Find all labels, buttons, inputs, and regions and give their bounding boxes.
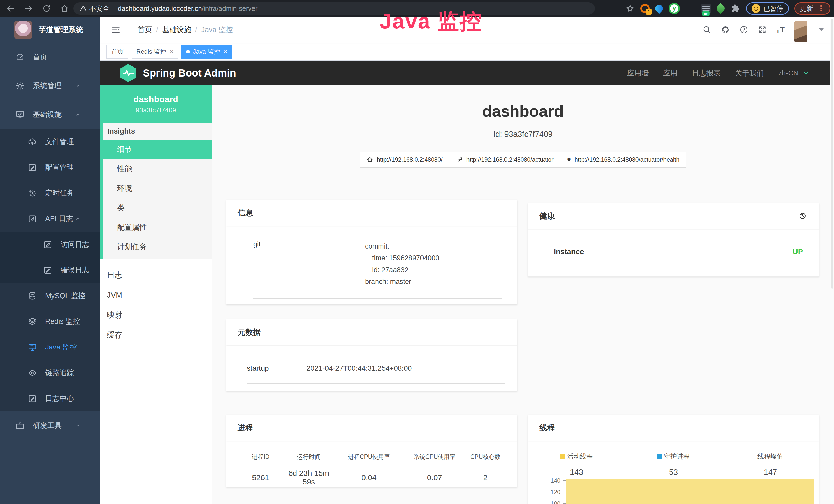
reload-icon[interactable] (42, 4, 51, 13)
history-icon[interactable] (798, 211, 807, 220)
tab-home[interactable]: 首页 (106, 45, 128, 59)
user-avatar[interactable] (794, 21, 807, 42)
extension-orange-icon[interactable]: 1 (640, 4, 650, 13)
page-subtitle: Id: 93a3fc7f7409 (212, 130, 834, 139)
close-icon[interactable]: × (223, 48, 227, 55)
sidebar-item-home[interactable]: 首页 (0, 43, 100, 71)
sidebar-item-label: API 日志 (45, 214, 73, 224)
git-time-line: time: 1596289704000 (365, 252, 439, 264)
val-cpu-cores: 2 (465, 468, 505, 486)
link-health-url[interactable]: ♥ http://192.168.0.2:48080/actuator/heal… (560, 152, 686, 168)
sba-item-config-props[interactable]: 配置属性 (103, 218, 212, 237)
sidebar-item-label: 首页 (33, 52, 47, 62)
sidebar-item-redis[interactable]: Redis 监控 (0, 308, 100, 334)
sba-logo-icon[interactable] (120, 64, 136, 82)
legend-value: 143 (528, 468, 625, 477)
browser-menu-icon[interactable]: ⋮ (817, 5, 825, 12)
sba-locale-select[interactable]: zh-CN (778, 69, 798, 77)
tab-label: 首页 (111, 47, 124, 56)
sidebar-item-system[interactable]: 系统管理 (0, 71, 100, 100)
bookmark-star-icon[interactable] (626, 4, 635, 13)
metadata-value: 2021-04-27T00:44:31.254+08:00 (306, 364, 412, 372)
git-branch-line: branch: master (365, 276, 439, 288)
card-title: 线程 (540, 422, 555, 433)
extensions-puzzle-icon[interactable] (730, 3, 741, 14)
tab-java-monitor[interactable]: Java 监控× (181, 45, 232, 59)
sba-nav-wallboard[interactable]: 应用墙 (627, 68, 649, 78)
sidebar-item-tracing[interactable]: 链路追踪 (0, 360, 100, 386)
extension-pin-icon[interactable] (655, 5, 663, 12)
url-path: /infra/admin-server (202, 5, 258, 13)
breadcrumb-infra[interactable]: 基础设施 (162, 25, 191, 35)
sba-item-environment[interactable]: 环境 (103, 179, 212, 198)
java-monitor-icon (28, 343, 37, 352)
col-cpu-cores: CPU核心数 (465, 453, 505, 468)
sba-item-caches[interactable]: 缓存 (100, 325, 212, 345)
fullscreen-icon[interactable] (758, 25, 767, 34)
sidebar-item-log-center[interactable]: 日志中心 (0, 386, 100, 411)
sba-item-logs[interactable]: 日志 (100, 265, 212, 285)
avatar-caret-icon[interactable] (819, 28, 824, 31)
sidebar-item-api-log[interactable]: API 日志 (0, 206, 100, 232)
annotation-java-monitor: Java 监控 (380, 7, 482, 36)
help-icon[interactable] (740, 25, 748, 34)
forward-icon[interactable] (24, 4, 33, 13)
profile-paused-pill[interactable]: 已暂停 (746, 2, 789, 15)
sidebar-item-config[interactable]: 配置管理 (0, 155, 100, 180)
log-edit-icon (28, 394, 37, 403)
sidebar-item-java-monitor[interactable]: Java 监控 (0, 334, 100, 360)
address-bar[interactable]: 不安全 dashboard.yudao.iocoder.cn/infra/adm… (73, 2, 595, 15)
legend-daemon: 守护进程 53 (625, 452, 722, 477)
health-key: Instance (554, 248, 584, 256)
sba-nav-applications[interactable]: 应用 (663, 68, 678, 78)
chevron-down-icon (74, 422, 81, 429)
close-icon[interactable]: × (170, 48, 173, 55)
sidebar-item-jobs[interactable]: 定时任务 (0, 180, 100, 206)
sidebar-item-dev-tools[interactable]: 研发工具 (0, 411, 100, 440)
sba-item-metrics[interactable]: 性能 (103, 159, 212, 179)
active-dot (186, 50, 190, 53)
sba-header: Spring Boot Admin 应用墙 应用 日志报表 关于我们 zh-CN (100, 61, 834, 86)
sba-nav-about[interactable]: 关于我们 (735, 68, 764, 78)
sba-item-scheduled-tasks[interactable]: 计划任务 (103, 237, 212, 257)
sidebar-item-error-log[interactable]: 错误日志 (0, 257, 100, 283)
sba-item-jvm[interactable]: JVM (100, 285, 212, 305)
threads-chart: 140 120 100 (528, 478, 819, 504)
ytick-120: 120 (532, 489, 561, 496)
link-home-url[interactable]: http://192.168.0.2:48080/ (359, 152, 449, 168)
sidebar-item-access-log[interactable]: 访问日志 (0, 232, 100, 257)
cloud-upload-icon (28, 137, 37, 146)
health-instance-row[interactable]: Instance UP (554, 248, 803, 266)
sba-instance-header[interactable]: dashboard 93a3fc7f7409 (100, 86, 212, 123)
sidebar-item-infra[interactable]: 基础设施 (0, 100, 100, 129)
sidebar-item-label: 定时任务 (45, 188, 74, 198)
security-label[interactable]: 不安全 (89, 4, 109, 13)
breadcrumb-home[interactable]: 首页 (138, 25, 152, 35)
extension-y-icon[interactable]: y (668, 3, 680, 14)
extension-on-icon[interactable]: on (701, 4, 711, 13)
sba-item-classes[interactable]: 类 (103, 198, 212, 218)
home-icon[interactable] (60, 4, 69, 13)
scrollbar-thumb[interactable] (831, 19, 833, 289)
tab-redis-monitor[interactable]: Redis 监控× (132, 45, 178, 59)
sba-brand[interactable]: Spring Boot Admin (143, 67, 236, 79)
sidebar-item-mysql[interactable]: MySQL 监控 (0, 283, 100, 308)
sba-item-details[interactable]: 细节 (103, 140, 212, 159)
edit-icon (28, 163, 37, 172)
back-icon[interactable] (6, 4, 15, 13)
page-scrollbar[interactable] (830, 17, 834, 504)
extension-grid-icon[interactable] (685, 4, 695, 13)
sidebar-item-files[interactable]: 文件管理 (0, 129, 100, 155)
link-actuator-url[interactable]: http://192.168.0.2:48080/actuator (449, 152, 561, 168)
hamburger-icon[interactable] (110, 25, 121, 35)
chrome-update-button[interactable]: 更新 ⋮ (794, 2, 830, 15)
search-icon[interactable] (702, 25, 711, 34)
chevron-up-icon (74, 215, 81, 222)
sba-item-mappings[interactable]: 映射 (100, 305, 212, 325)
font-size-icon[interactable]: TT (776, 26, 785, 33)
app-logo-row[interactable]: 芋道管理系统 (0, 17, 100, 43)
sba-nav-journal[interactable]: 日志报表 (692, 68, 721, 78)
chevron-down-icon[interactable] (803, 70, 809, 76)
github-icon[interactable] (721, 25, 730, 34)
extension-leaf-icon[interactable] (717, 5, 725, 12)
